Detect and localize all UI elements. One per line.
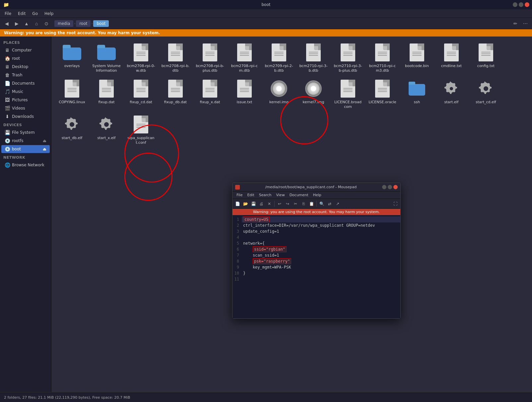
editor-content[interactable]: 1 country=US 2 ctrl_interface=DIR=/var/r… — [233, 215, 400, 318]
sidebar-places-title: Places — [0, 39, 51, 46]
list-item[interactable]: COPYING.linux — [55, 77, 89, 112]
editor-menu-document[interactable]: Document — [288, 193, 310, 198]
list-item[interactable]: cmdline.txt — [435, 40, 468, 75]
editor-menubar: File Edit Search View Document Help — [233, 192, 400, 199]
list-item[interactable]: bcm2708-rpi-b-plus.dtb — [193, 40, 227, 75]
editor-open-button[interactable]: 📂 — [242, 200, 249, 207]
editor-cut-button[interactable]: ✂ — [292, 200, 299, 207]
sidebar-item-downloads[interactable]: ⬇ Downloads — [1, 113, 50, 121]
sidebar-item-pictures[interactable]: 🖼 Pictures — [1, 96, 50, 104]
minimize-button[interactable] — [513, 2, 517, 7]
menu-go[interactable]: Go — [30, 11, 40, 17]
editor-menu-file[interactable]: File — [234, 193, 244, 198]
list-item[interactable]: bcm2710-rpi-3-b.dtb — [297, 40, 330, 75]
code-line-6: 6 ssid="rgbian" — [233, 246, 400, 252]
list-item[interactable]: issue.txt — [228, 77, 261, 112]
list-item[interactable]: LICENSE.oracle — [366, 77, 399, 112]
list-item[interactable]: config.txt — [469, 40, 502, 75]
sidebar-item-filesystem[interactable]: 💾 File System — [1, 128, 50, 136]
home-button[interactable]: ⌂ — [32, 19, 41, 28]
sidebar-item-documents[interactable]: 📄 Documents — [1, 79, 50, 87]
breadcrumb-root[interactable]: root — [76, 20, 91, 27]
editor-minimize-button[interactable] — [382, 185, 386, 189]
list-item[interactable]: kernel.img — [262, 77, 296, 112]
editor-menu-view[interactable]: View — [274, 193, 287, 198]
list-item[interactable]: fixup_db.dat — [159, 77, 192, 112]
editor-save-button[interactable]: 💾 — [250, 200, 257, 207]
back-button[interactable]: ◀ — [2, 19, 11, 28]
editor-goto-button[interactable]: ↗ — [334, 200, 341, 207]
list-item[interactable]: ssh — [400, 77, 433, 112]
history-button[interactable]: ⊙ — [42, 19, 51, 28]
list-item[interactable]: fixup_x.dat — [193, 77, 227, 112]
editor-redo-button[interactable]: ↪ — [284, 200, 291, 207]
doc-icon — [338, 79, 358, 99]
sidebar-label-computer: Computer — [12, 48, 32, 52]
editor-close-doc-button[interactable]: ✕ — [266, 200, 273, 207]
sidebar-item-desktop[interactable]: 🖥 Desktop — [1, 63, 50, 71]
list-item[interactable]: bcm2708-rpi-b.dtb — [159, 40, 192, 75]
editor-replace-button[interactable]: ⇄ — [326, 200, 333, 207]
sidebar-label-rootfs: rootfs — [12, 138, 24, 143]
sidebar-item-boot[interactable]: 💿 boot ⏏ — [1, 145, 50, 153]
up-button[interactable]: ▲ — [22, 19, 31, 28]
editor-maximize-button[interactable] — [388, 185, 392, 189]
list-item[interactable]: start_x.elf — [90, 113, 123, 147]
list-item[interactable]: start_db.elf — [55, 113, 89, 147]
list-item[interactable]: start.elf — [435, 77, 468, 112]
code-line-7: 7 scan_ssid=1 — [233, 252, 400, 258]
list-item[interactable]: overlays — [55, 40, 89, 75]
editor-undo-button[interactable]: ↩ — [276, 200, 283, 207]
maximize-button[interactable] — [519, 2, 523, 7]
view-more-button[interactable]: ⋯ — [521, 19, 530, 28]
breadcrumb-boot[interactable]: boot — [93, 20, 109, 27]
list-item[interactable]: bcm2708-rpi-0-w.dtb — [124, 40, 158, 75]
editor-copy-button[interactable]: ⎘ — [300, 200, 307, 207]
editor-fullscreen-button[interactable]: ⛶ — [392, 200, 399, 207]
list-item[interactable]: LICENCE.broadcom — [331, 77, 365, 112]
file-label: start_x.elf — [98, 136, 116, 140]
sidebar-item-computer[interactable]: 🖥 Computer — [1, 46, 50, 54]
list-item[interactable]: bootcode.bin — [400, 40, 433, 75]
file-label: System Volume Information — [92, 64, 121, 73]
list-item[interactable]: bcm2709-rpi-2-b.dtb — [262, 40, 296, 75]
menu-file[interactable]: File — [2, 11, 14, 17]
sidebar-item-rootfs[interactable]: 💿 rootfs ⏏ — [1, 137, 50, 145]
editor-print-button[interactable]: 🖨 — [258, 200, 265, 207]
list-item[interactable]: start_cd.elf — [469, 77, 502, 112]
list-item[interactable]: fixup_cd.dat — [124, 77, 158, 112]
sidebar-item-browse-network[interactable]: 🌐 Browse Network — [1, 161, 50, 169]
list-item[interactable]: fixup.dat — [90, 77, 123, 112]
list-item[interactable]: bcm2708-rpi-cm.dtb — [228, 40, 261, 75]
editor-menu-help[interactable]: Help — [311, 193, 323, 198]
editor-paste-button[interactable]: 📋 — [308, 200, 315, 207]
file-label: COPYING.linux — [59, 100, 85, 105]
boot-eject-icon[interactable]: ⏏ — [43, 147, 46, 151]
editor-find-button[interactable]: 🔍 — [318, 200, 325, 207]
editor-menu-search[interactable]: Search — [257, 193, 274, 198]
close-button[interactable] — [525, 2, 529, 7]
list-item[interactable]: System Volume Information — [90, 40, 123, 75]
list-item[interactable]: kernel7.img — [297, 77, 330, 112]
doc-icon-bcm2708-0w — [131, 42, 151, 62]
rootfs-eject-icon[interactable]: ⏏ — [43, 138, 46, 143]
editor-close-button[interactable] — [393, 185, 398, 189]
editor-menu-edit[interactable]: Edit — [245, 193, 256, 198]
sidebar-item-root[interactable]: 🏠 root — [1, 54, 50, 62]
list-item[interactable]: bcm2710-rpi-3-b-plus.dtb — [331, 40, 365, 75]
menu-edit[interactable]: Edit — [15, 11, 28, 17]
desktop-icon: 🖥 — [5, 64, 10, 69]
breadcrumb-media[interactable]: media — [54, 20, 73, 27]
sidebar-item-trash[interactable]: 🗑 Trash — [1, 71, 50, 79]
forward-button[interactable]: ▶ — [12, 19, 21, 28]
list-item[interactable]: bcm2710-rpi-cm3.dtb — [366, 40, 399, 75]
edit-location-button[interactable]: ✏ — [511, 19, 520, 28]
sidebar-item-videos[interactable]: 🎬 Videos — [1, 104, 50, 112]
line-number: 2 — [233, 222, 242, 228]
line-text: country=US — [242, 216, 400, 222]
editor-new-button[interactable]: 📄 — [234, 200, 241, 207]
sidebar-item-music[interactable]: 🎵 Music — [1, 88, 50, 96]
menu-help[interactable]: Help — [42, 11, 56, 17]
list-item[interactable]: wpa_supplicant.conf — [124, 113, 158, 147]
code-line-5: 5 network={ — [233, 240, 400, 246]
